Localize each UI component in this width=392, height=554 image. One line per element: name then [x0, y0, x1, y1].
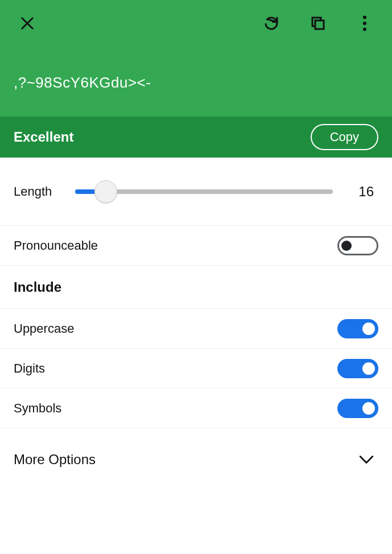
top-toolbar	[0, 0, 392, 43]
strength-bar: Excellent Copy	[0, 117, 392, 158]
svg-point-4	[363, 22, 366, 25]
length-slider[interactable]	[75, 178, 333, 205]
settings-panel: Length 16 Pronounceable Include Uppercas…	[0, 158, 392, 491]
copy-icon[interactable]	[304, 10, 332, 37]
digits-label: Digits	[14, 361, 45, 376]
length-value: 16	[344, 184, 378, 200]
symbols-toggle[interactable]	[337, 399, 378, 418]
generated-password-area: ,?~98ScY6KGdu><-	[0, 43, 392, 117]
uppercase-row: Uppercase	[0, 309, 392, 349]
length-row: Length 16	[0, 158, 392, 226]
refresh-icon[interactable]	[258, 10, 285, 37]
uppercase-label: Uppercase	[14, 321, 74, 336]
more-options-row[interactable]: More Options	[0, 428, 392, 491]
svg-point-5	[363, 27, 366, 31]
symbols-label: Symbols	[14, 401, 61, 416]
generated-password: ,?~98ScY6KGdu><-	[14, 74, 378, 92]
pronounceable-label: Pronounceable	[14, 238, 98, 253]
digits-toggle[interactable]	[337, 359, 378, 378]
strength-label: Excellent	[14, 129, 73, 145]
more-options-label: More Options	[14, 452, 96, 468]
svg-point-3	[363, 15, 366, 19]
more-menu-icon[interactable]	[351, 10, 378, 37]
uppercase-toggle[interactable]	[337, 319, 378, 338]
include-header: Include	[0, 266, 392, 309]
svg-rect-2	[315, 20, 324, 29]
close-icon[interactable]	[14, 10, 41, 37]
digits-row: Digits	[0, 349, 392, 388]
copy-button[interactable]: Copy	[311, 124, 378, 150]
length-label: Length	[14, 184, 71, 199]
chevron-down-icon	[359, 455, 374, 464]
pronounceable-row: Pronounceable	[0, 226, 392, 266]
symbols-row: Symbols	[0, 388, 392, 428]
pronounceable-toggle[interactable]	[337, 236, 378, 255]
header: ,?~98ScY6KGdu><- Excellent Copy	[0, 0, 392, 158]
